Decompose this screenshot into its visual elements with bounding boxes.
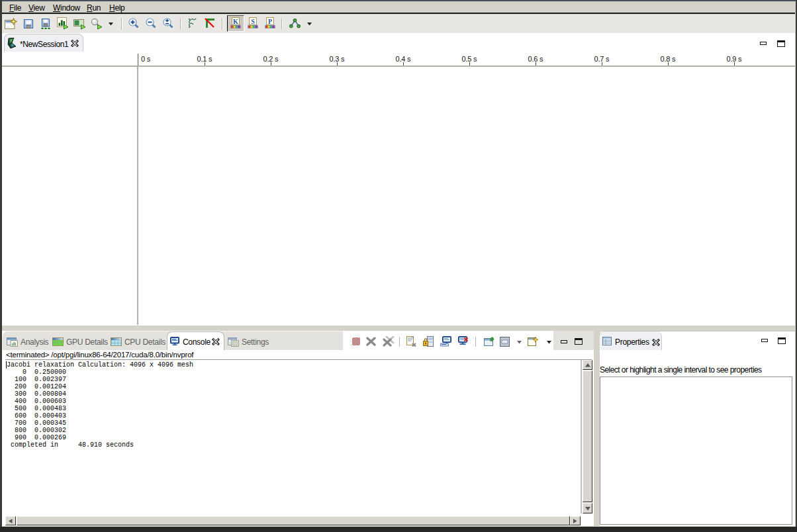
svg-text:S: S [251, 18, 255, 25]
svg-text:K: K [233, 18, 238, 25]
svg-text:P: P [268, 18, 272, 25]
